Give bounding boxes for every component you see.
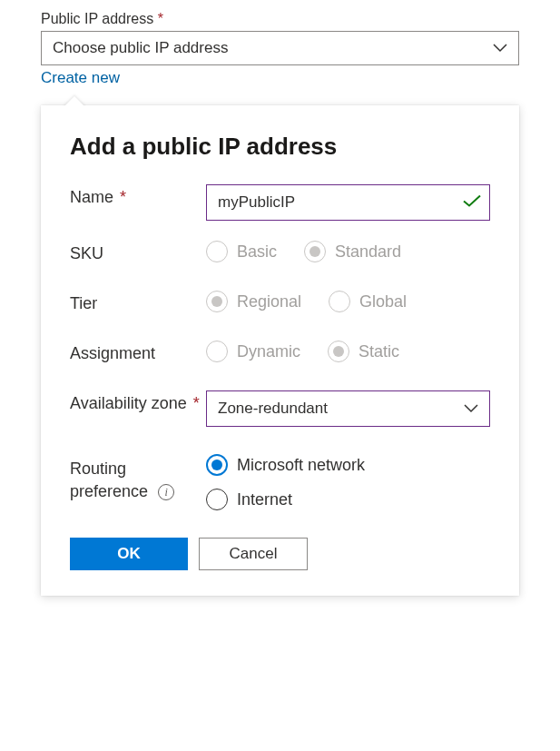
- assignment-label: Assignment: [70, 341, 206, 363]
- availability-zone-select[interactable]: Zone-redundant: [206, 390, 490, 427]
- name-label: Name *: [70, 184, 206, 207]
- sku-standard-radio: Standard: [304, 241, 401, 262]
- tier-global-radio: Global: [329, 291, 407, 312]
- availability-zone-value: Zone-redundant: [218, 400, 328, 418]
- ok-button[interactable]: OK: [70, 538, 188, 570]
- public-ip-dropdown-text: Choose public IP address: [53, 39, 228, 57]
- create-new-link[interactable]: Create new: [41, 69, 120, 87]
- info-icon[interactable]: i: [158, 484, 174, 500]
- routing-msnet-radio[interactable]: Microsoft network: [206, 454, 490, 476]
- callout-caret: [64, 96, 85, 107]
- add-public-ip-callout: Add a public IP address Name * SKU: [41, 105, 519, 596]
- required-star: *: [158, 11, 163, 26]
- chevron-down-icon: [493, 44, 507, 53]
- public-ip-label: Public IP address *: [41, 11, 519, 27]
- cancel-button[interactable]: Cancel: [199, 538, 308, 570]
- tier-label: Tier: [70, 291, 206, 313]
- availability-zone-label: Availability zone *: [70, 390, 206, 413]
- tier-regional-radio: Regional: [206, 291, 301, 312]
- sku-label: SKU: [70, 241, 206, 263]
- callout-title: Add a public IP address: [70, 133, 490, 161]
- assignment-static-radio: Static: [328, 341, 399, 362]
- public-ip-dropdown[interactable]: Choose public IP address: [41, 31, 519, 65]
- checkmark-icon: [463, 195, 481, 211]
- name-input[interactable]: [206, 184, 490, 221]
- chevron-down-icon: [464, 404, 478, 413]
- routing-preference-label: Routing preference i: [70, 454, 206, 503]
- routing-internet-radio[interactable]: Internet: [206, 489, 490, 510]
- sku-basic-radio: Basic: [206, 241, 277, 262]
- assignment-dynamic-radio: Dynamic: [206, 341, 300, 362]
